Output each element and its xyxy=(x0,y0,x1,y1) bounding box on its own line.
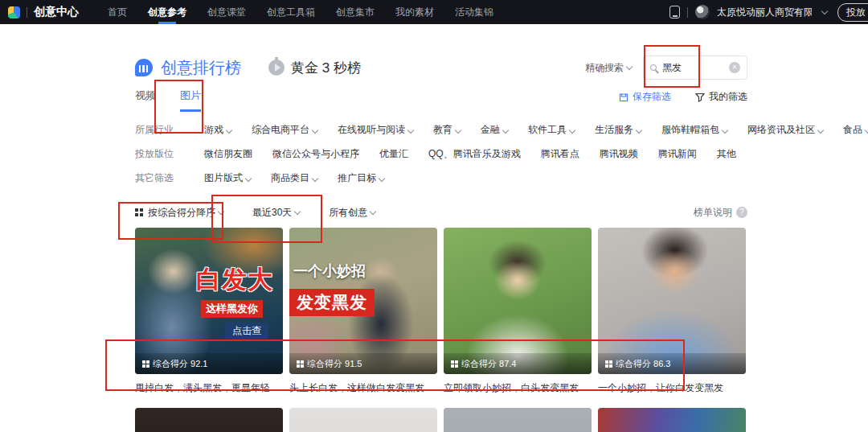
divider xyxy=(687,7,688,18)
score-label: 综合得分 xyxy=(153,358,188,370)
account-name[interactable]: 太原悦动丽人商贸有限... xyxy=(717,6,812,19)
nav-item-my-assets[interactable]: 我的素材 xyxy=(395,0,434,24)
filter-option-wechat-mp[interactable]: 微信公众号与小程序 xyxy=(272,147,359,161)
ranking-help-label: 榜单说明 xyxy=(694,206,732,220)
precise-search-dropdown[interactable]: 精确搜索 xyxy=(585,61,624,75)
filter-option-tencent-news[interactable]: 腾讯新闻 xyxy=(658,147,697,161)
creative-caption[interactable]: 头上长白发，这样做白发变黑发 xyxy=(289,381,437,395)
sort-order-dropdown[interactable]: 按综合得分降序 xyxy=(148,206,223,220)
chevron-down-icon xyxy=(569,126,575,133)
filter-option-ecommerce[interactable]: 综合电商平台 xyxy=(252,123,317,137)
creative-overlay-button: 点击查 xyxy=(225,323,268,339)
creative-caption[interactable]: 甩掉白发，满头黑发，更显年轻 xyxy=(135,381,283,395)
creative-thumbnail[interactable]: 综合得分 86.3 xyxy=(598,228,746,374)
creative-thumbnail[interactable] xyxy=(289,408,437,432)
filter-options: 游戏 综合电商平台 在线视听与阅读 教育 金融 软件工具 生活服务 服饰鞋帽箱包… xyxy=(204,123,868,137)
chevron-down-icon xyxy=(407,126,414,133)
filter-option-youlianghui[interactable]: 优量汇 xyxy=(379,147,408,161)
creative-thumbnail[interactable]: 一个小妙招 发变黑发 综合得分 91.5 xyxy=(289,228,437,374)
page-header: 创意排行榜 黄金 3 秒榜 精确搜索 黑发 xyxy=(135,50,747,85)
save-icon xyxy=(619,93,628,102)
score-label: 综合得分 xyxy=(307,358,342,370)
nav-item-home[interactable]: 首页 xyxy=(108,0,127,24)
filter-option-promotion-goal[interactable]: 推广目标 xyxy=(338,171,384,185)
page-title: 创意排行榜 xyxy=(161,57,241,79)
filter-option-community[interactable]: 网络资讯及社区 xyxy=(747,123,823,137)
search-value[interactable]: 黑发 xyxy=(662,61,729,75)
chevron-down-icon[interactable] xyxy=(821,7,828,14)
filter-option-education[interactable]: 教育 xyxy=(433,123,461,137)
creative-card xyxy=(598,408,746,432)
creative-card: 白发大 这样黑发你 点击查 综合得分 92.1 甩掉白发，满头黑发，更显年轻 xyxy=(135,228,283,395)
filter-option-moments[interactable]: 微信朋友圈 xyxy=(204,147,252,161)
filter-option-food[interactable]: 食品 xyxy=(843,123,868,137)
time-range-dropdown[interactable]: 最近30天 xyxy=(252,206,300,220)
filter-option-local-service[interactable]: 生活服务 xyxy=(595,123,641,137)
creative-caption[interactable]: 立即领取小妙招，白头发变黑发 xyxy=(444,381,592,395)
chevron-down-icon xyxy=(312,175,318,181)
filter-option-product-category[interactable]: 商品类目 xyxy=(271,171,317,185)
creative-overlay-text: 这样黑发你 xyxy=(201,300,263,318)
creative-thumbnail[interactable]: 综合得分 87.4 xyxy=(444,228,592,374)
filter-actions: 保存筛选 我的筛选 xyxy=(619,88,747,104)
filter-option-others[interactable]: 其他 xyxy=(717,147,736,161)
launch-button[interactable]: 投放 xyxy=(837,3,868,22)
filter-option-image-format[interactable]: 图片版式 xyxy=(204,171,251,185)
chevron-down-icon xyxy=(226,126,232,133)
funnel-icon xyxy=(695,93,705,102)
nav-item-creative-toolbox[interactable]: 创意工具箱 xyxy=(267,0,315,24)
save-filter-button[interactable]: 保存筛选 xyxy=(619,90,671,104)
score-badge: 综合得分 87.4 xyxy=(444,353,592,374)
ranking-help-link[interactable]: 榜单说明 xyxy=(694,206,747,220)
nav-item-creative-market[interactable]: 创意集市 xyxy=(336,0,375,24)
tab-image[interactable]: 图片 xyxy=(180,88,201,112)
filter-label: 其它筛选 xyxy=(135,171,182,185)
divider xyxy=(27,7,27,18)
tabs-row: 视频 图片 保存筛选 我的筛选 xyxy=(135,88,747,114)
chevron-down-icon[interactable] xyxy=(626,63,633,69)
tab-video[interactable]: 视频 xyxy=(135,88,156,109)
ranking-chart-icon xyxy=(135,59,153,76)
my-filters-button[interactable]: 我的筛选 xyxy=(695,90,747,104)
creative-thumbnail[interactable] xyxy=(444,408,592,432)
device-icon[interactable] xyxy=(669,6,680,19)
creative-thumbnail[interactable] xyxy=(135,408,283,432)
filter-row-placement: 投放版位 微信朋友圈 微信公众号与小程序 优量汇 QQ、腾讯音乐及游戏 腾讯看点… xyxy=(135,142,747,166)
filter-option-apparel[interactable]: 服饰鞋帽箱包 xyxy=(661,123,727,137)
chevron-down-icon xyxy=(502,126,509,133)
clear-search-icon[interactable] xyxy=(729,62,740,73)
filter-option-tencent-video[interactable]: 腾讯视频 xyxy=(600,147,638,161)
chevron-down-icon xyxy=(636,126,642,133)
filter-option-game[interactable]: 游戏 xyxy=(204,123,231,137)
chevron-down-icon xyxy=(294,208,301,214)
score-grid-icon xyxy=(451,360,454,364)
score-label: 综合得分 xyxy=(461,358,497,370)
search-cluster: 精确搜索 黑发 xyxy=(585,56,747,80)
filter-option-finance[interactable]: 金融 xyxy=(481,123,508,137)
nav-item-creative-class[interactable]: 创意课堂 xyxy=(207,0,246,24)
creative-caption[interactable]: 一个小妙招，让你白发变黑发 xyxy=(598,381,746,395)
score-value: 92.1 xyxy=(190,359,207,368)
creative-overlay-text: 一个小妙招 xyxy=(293,261,366,281)
nav-item-creative-reference[interactable]: 创意参考 xyxy=(148,0,186,24)
chevron-down-icon xyxy=(865,126,868,133)
score-value: 91.5 xyxy=(345,359,362,368)
score-grid-icon xyxy=(142,360,145,364)
filter-option-qq-music-games[interactable]: QQ、腾讯音乐及游戏 xyxy=(428,147,521,161)
creative-overlay-text: 白发大 xyxy=(196,263,273,297)
logo-text[interactable]: 创意中心 xyxy=(34,5,79,19)
filter-option-software[interactable]: 软件工具 xyxy=(528,123,575,137)
filter-option-kandian[interactable]: 腾讯看点 xyxy=(541,147,579,161)
search-input[interactable]: 黑发 xyxy=(643,56,747,80)
nav-item-events[interactable]: 活动集锦 xyxy=(455,0,493,24)
creative-thumbnail[interactable] xyxy=(598,408,746,432)
creative-scope-dropdown[interactable]: 所有创意 xyxy=(329,206,375,220)
creative-thumbnail[interactable]: 白发大 这样黑发你 点击查 综合得分 92.1 xyxy=(135,228,283,374)
search-icon xyxy=(650,64,657,71)
avatar[interactable] xyxy=(695,5,710,19)
creative-card xyxy=(135,408,283,432)
filter-options: 微信朋友圈 微信公众号与小程序 优量汇 QQ、腾讯音乐及游戏 腾讯看点 腾讯视频… xyxy=(204,147,747,161)
chevron-down-icon xyxy=(379,175,385,181)
filter-option-media[interactable]: 在线视听与阅读 xyxy=(338,123,413,137)
chevron-down-icon xyxy=(218,208,224,214)
